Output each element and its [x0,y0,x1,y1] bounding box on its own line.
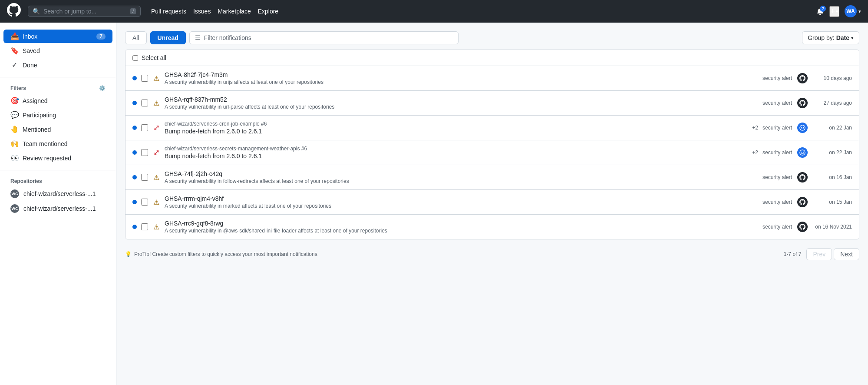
notif-title: Bump node-fetch from 2.6.0 to 2.6.1 [165,128,744,135]
sidebar-filter-team-mentioned[interactable]: 🙌 Team mentioned [3,137,112,150]
notif-checkbox[interactable] [141,124,148,131]
notif-title: GHSA-8h2f-7jc4-7m3m [165,71,758,78]
notif-desc: A security vulnerability in urijs affect… [165,79,758,85]
nav-issues[interactable]: Issues [193,8,211,15]
sidebar-filter-review-requested[interactable]: 👀 Review requested [3,151,112,165]
unread-dot [132,175,137,179]
sidebar-item-saved[interactable]: 🔖 Saved [3,44,112,57]
notif-checkbox[interactable] [141,100,148,106]
sidebar-item-done[interactable]: ✓ Done [3,58,112,72]
notif-time: on 15 Jan [813,199,852,205]
pr-closed-icon: ⤢ [152,148,160,157]
sidebar-filter-participating[interactable]: 💬 Participating [3,108,112,122]
sidebar-filter-mentioned[interactable]: 🤚 Mentioned [3,123,112,136]
topnav-right: 7 + ▾ WA ▾ [816,5,861,17]
notif-plus-count: +2 [752,125,758,131]
warning-icon: ⚠ [152,223,160,231]
notifications-footer: 💡 ProTip! Create custom filters to quick… [125,243,859,266]
notif-content: GHSA-rrrm-qjm4-v8hfA security vulnerabil… [165,195,758,209]
notif-label: security alert [762,100,792,106]
notif-checkbox[interactable] [141,149,148,156]
notif-label: security alert [762,224,792,230]
tab-all[interactable]: All [125,31,147,44]
chevron-down-icon: ▾ [858,9,861,14]
notif-time: on 16 Jan [813,174,852,180]
sidebar-item-inbox[interactable]: 📥 Inbox 7 [3,30,112,43]
github-logo[interactable] [7,3,21,20]
nav-pull-requests[interactable]: Pull requests [151,8,186,15]
repo-avatar-2: WC [10,204,19,213]
notif-label: security alert [762,174,792,180]
nav-explore[interactable]: Explore [258,8,278,15]
unread-dot [132,101,137,105]
notif-avatar [797,172,808,183]
notif-plus-count: +2 [752,149,758,156]
search-input[interactable] [43,8,127,15]
notif-time: 10 days ago [813,75,852,81]
filter-icon: ☰ [195,34,201,41]
notif-row[interactable]: ⚠GHSA-rrrm-qjm4-v8hfA security vulnerabi… [125,190,859,215]
notifications-table: Select all ⚠GHSA-8h2f-7jc4-7m3mA securit… [125,50,859,239]
filter-input-wrap[interactable]: ☰ [189,31,459,44]
plus-icon: + [830,7,835,16]
select-all-checkbox[interactable] [132,55,138,61]
notif-desc: A security vulnerability in url-parse af… [165,104,758,110]
svg-point-5 [803,152,804,153]
notif-avatar [797,147,808,158]
plus-chevron: ▾ [836,9,838,14]
search-kbd: / [130,8,136,14]
unread-dot [132,200,137,204]
topnav: 🔍 / Pull requests Issues Marketplace Exp… [0,0,868,23]
warning-icon: ⚠ [152,173,160,182]
sidebar-repo-1[interactable]: WC chief-wizard/serverless-...1 [3,187,112,201]
unread-dot [132,126,137,130]
notif-row[interactable]: ⚠GHSA-rqff-837h-mm52A security vulnerabi… [125,91,859,116]
participating-icon: 💬 [10,111,18,119]
svg-point-3 [800,150,805,155]
warning-icon: ⚠ [152,198,160,206]
notif-row[interactable]: ⚠GHSA-74fj-2j2h-c42qA security vulnerabi… [125,165,859,190]
user-menu[interactable]: WA ▾ [845,5,861,17]
filters-gear-icon[interactable]: ⚙️ [99,85,106,91]
notif-checkbox[interactable] [141,199,148,206]
notifications-button[interactable]: 7 [816,7,824,15]
notif-row[interactable]: ⤢chief-wizard/serverless-secrets-managem… [125,140,859,165]
unread-dot [132,76,137,80]
notif-checkbox[interactable] [141,75,148,82]
main-content: All Unread ☰ Group by: Date ▾ Select all [116,23,868,385]
notif-checkbox[interactable] [141,223,148,230]
toolbar: All Unread ☰ Group by: Date ▾ [125,31,859,44]
notif-row[interactable]: ⤢chief-wizard/serverless-cron-job-exampl… [125,116,859,140]
avatar: WA [845,5,857,17]
notif-content: GHSA-rrc9-gqf8-8rwgA security vulnerabil… [165,220,758,234]
pagination: 1-7 of 7 Prev Next [784,248,859,260]
bulb-icon: 💡 [125,251,132,257]
notif-row[interactable]: ⚠GHSA-8h2f-7jc4-7m3mA security vulnerabi… [125,66,859,91]
notifications-header: Select all [125,50,859,66]
search-box[interactable]: 🔍 / [28,6,141,17]
sidebar-divider-2 [0,170,116,170]
notif-repo: chief-wizard/serverless-cron-job-example… [165,121,744,127]
notif-repo: chief-wizard/serverless-secrets-manageme… [165,146,744,152]
sidebar-divider-1 [0,77,116,77]
notif-row[interactable]: ⚠GHSA-rrc9-gqf8-8rwgA security vulnerabi… [125,215,859,239]
select-all-label[interactable]: Select all [132,54,166,61]
sidebar-repo-2[interactable]: WC chief-wizard/serverless-...1 [3,202,112,216]
review-requested-icon: 👀 [10,154,18,162]
notif-desc: A security vulnerability in marked affec… [165,203,758,209]
page-info: 1-7 of 7 [784,251,802,257]
notif-meta: security alert27 days ago [762,98,852,108]
notif-checkbox[interactable] [141,174,148,181]
next-button[interactable]: Next [834,248,859,260]
nav-marketplace[interactable]: Marketplace [218,8,251,15]
create-button[interactable]: + ▾ [829,6,839,17]
group-by-button[interactable]: Group by: Date ▾ [802,31,859,44]
repo-avatar-1: WC [10,189,19,198]
notif-content: GHSA-74fj-2j2h-c42qA security vulnerabil… [165,170,758,184]
prev-button[interactable]: Prev [806,248,832,260]
pr-closed-icon: ⤢ [152,123,160,133]
filters-label: Filters [10,85,26,91]
filter-input[interactable] [204,34,453,41]
tab-unread[interactable]: Unread [150,31,186,44]
sidebar-filter-assigned[interactable]: 🎯 Assigned [3,94,112,107]
